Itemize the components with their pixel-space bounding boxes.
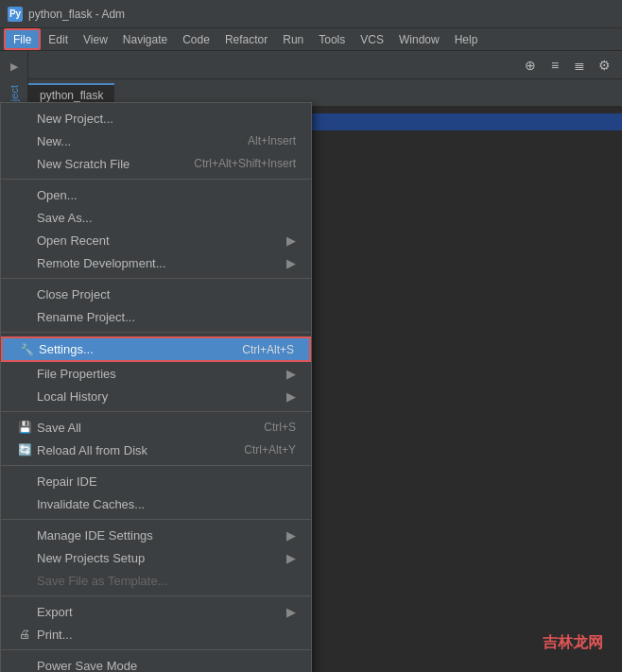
file-dropdown-menu: New Project... New... Alt+Insert New Scr… (0, 102, 312, 672)
editor-toolbar: ⊕ ≡ ≣ ⚙ (28, 51, 622, 79)
save-all-shortcut: Ctrl+S (264, 421, 296, 434)
separator-4 (1, 411, 311, 412)
print-icon: 🖨 (16, 628, 33, 641)
title-bar-text: python_flask - Adm (28, 8, 125, 21)
menu-save-all[interactable]: 💾 Save All Ctrl+S (1, 416, 311, 439)
settings-shortcut: Ctrl+Alt+S (242, 343, 294, 356)
menu-item-view[interactable]: View (76, 28, 115, 50)
menu-new-project[interactable]: New Project... (1, 107, 311, 129)
menu-repair-ide[interactable]: Repair IDE (1, 470, 311, 492)
menu-invalidate-caches[interactable]: Invalidate Caches... (1, 492, 311, 515)
manage-ide-arrow: ▶ (286, 528, 296, 543)
title-bar: Py python_flask - Adm (0, 0, 622, 28)
menu-bar: File Edit View Navigate Code Refactor Ru… (0, 28, 622, 51)
menu-save-file-template: Save File as Template... (1, 569, 311, 592)
menu-item-navigate[interactable]: Navigate (115, 28, 175, 50)
separator-5 (1, 465, 311, 466)
export-arrow: ▶ (286, 605, 296, 619)
settings-wrench-icon: 🔧 (18, 343, 35, 356)
toolbar-lines-btn[interactable]: ≣ (569, 55, 590, 76)
menu-close-project[interactable]: Close Project (1, 283, 311, 305)
menu-item-refactor[interactable]: Refactor (217, 28, 275, 50)
menu-print[interactable]: 🖨 Print... (1, 623, 311, 646)
open-recent-arrow: ▶ (286, 233, 296, 248)
reload-icon: 🔄 (16, 443, 33, 457)
separator-8 (1, 649, 311, 650)
separator-6 (1, 519, 311, 520)
app-icon-text: Py (9, 9, 21, 19)
menu-file-properties[interactable]: File Properties ▶ (1, 362, 311, 385)
separator-7 (1, 595, 311, 596)
menu-open[interactable]: Open... (1, 183, 311, 206)
separator-3 (1, 332, 311, 333)
menu-open-recent[interactable]: Open Recent ▶ (1, 229, 311, 251)
toolbar-align-btn[interactable]: ≡ (544, 55, 565, 76)
menu-reload-all[interactable]: 🔄 Reload All from Disk Ctrl+Alt+Y (1, 439, 311, 461)
menu-item-tools[interactable]: Tools (311, 28, 353, 50)
toolbar-settings-btn[interactable]: ⚙ (594, 55, 614, 76)
app-icon: Py (8, 7, 23, 22)
toolbar-globe-btn[interactable]: ⊕ (520, 55, 541, 76)
separator-2 (1, 278, 311, 279)
sidebar-expand-btn[interactable]: ▶ (3, 55, 26, 78)
menu-item-window[interactable]: Window (391, 28, 447, 50)
menu-export[interactable]: Export ▶ (1, 600, 311, 623)
menu-settings[interactable]: 🔧 Settings... Ctrl+Alt+S (1, 336, 311, 362)
menu-local-history[interactable]: Local History ▶ (1, 385, 311, 407)
menu-item-edit[interactable]: Edit (41, 28, 76, 50)
menu-new-scratch-file[interactable]: New Scratch File Ctrl+Alt+Shift+Insert (1, 152, 311, 175)
watermark: 吉林龙网 (543, 633, 603, 653)
main-area: ▶ Project ≡ ⊕ ≡ ≣ ⚙ python_flask python_… (0, 51, 622, 672)
separator-1 (1, 179, 311, 180)
new-shortcut: Alt+Insert (248, 134, 296, 147)
menu-save-as[interactable]: Save As... (1, 206, 311, 229)
menu-item-file[interactable]: File (4, 28, 41, 50)
menu-remote-development[interactable]: Remote Development... ▶ (1, 251, 311, 274)
menu-new[interactable]: New... Alt+Insert (1, 129, 311, 152)
save-all-icon: 💾 (16, 421, 33, 434)
menu-rename-project[interactable]: Rename Project... (1, 305, 311, 328)
menu-power-save-mode[interactable]: Power Save Mode (1, 654, 311, 672)
menu-new-projects-setup[interactable]: New Projects Setup ▶ (1, 546, 311, 569)
remote-dev-arrow: ▶ (286, 256, 296, 270)
local-history-arrow: ▶ (286, 389, 296, 404)
menu-item-help[interactable]: Help (447, 28, 486, 50)
file-props-arrow: ▶ (286, 367, 296, 381)
menu-item-run[interactable]: Run (275, 28, 311, 50)
scratch-shortcut: Ctrl+Alt+Shift+Insert (194, 157, 296, 170)
new-projects-arrow: ▶ (286, 551, 296, 565)
menu-manage-ide-settings[interactable]: Manage IDE Settings ▶ (1, 524, 311, 546)
reload-shortcut: Ctrl+Alt+Y (244, 443, 296, 457)
dropdown-menu-container: New Project... New... Alt+Insert New Scr… (0, 102, 312, 672)
menu-item-vcs[interactable]: VCS (353, 28, 391, 50)
menu-item-code[interactable]: Code (175, 28, 217, 50)
